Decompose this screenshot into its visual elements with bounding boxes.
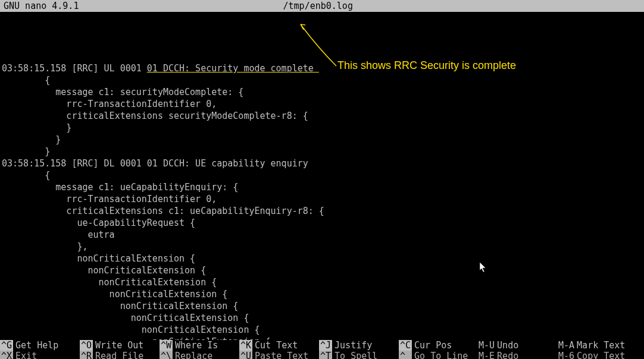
shortcut-key: ^G [0,340,13,351]
shortcut-undo[interactable]: M-U Undo [479,340,558,351]
log-line: message c1: ueCapabilityEnquiry: { [0,181,644,193]
shortcut-label: Where Is [175,340,218,351]
shortcut-go-to-line[interactable]: ^_ Go To Line [399,351,479,359]
mouse-cursor-icon [479,262,487,273]
log-line: } [0,146,644,158]
log-line: } [0,122,644,134]
shortcut-label: Paste Text [255,351,308,359]
shortcut-read-file[interactable]: ^R Read File [80,351,160,359]
log-line: message c1: securityModeComplete: { [0,86,644,98]
shortcut-label: Get Help [15,340,58,351]
shortcut-key: ^C [399,340,412,351]
shortcut-paste-text[interactable]: ^U Paste Text [239,351,319,359]
shortcut-key: ^J [319,340,332,351]
shortcut-exit[interactable]: ^X Exit [0,351,80,359]
shortcut-label: Cur Pos [414,340,452,351]
log-line: nonCriticalExtension { [0,276,644,288]
shortcut-key: ^R [80,351,93,359]
shortcut-cut-text[interactable]: ^K Cut Text [239,340,319,351]
shortcut-key: ^T [319,351,332,359]
shortcut-label: Replace [175,351,212,359]
shortcut-justify[interactable]: ^J Justify [319,340,399,351]
log-line: rrc-TransactionIdentifier 0, [0,193,644,205]
shortcut-key: M-E [479,351,495,359]
shortcut-label: Exit [15,351,37,359]
shortcut-key: M-6 [558,351,574,359]
shortcut-label: Mark Text [577,340,625,351]
log-line: }, [0,241,644,253]
shortcut-key: ^\ [160,351,173,359]
titlebar: GNU nano 4.9.1 /tmp/enb0.log [0,0,644,12]
log-line: eutra [0,229,644,241]
log-line: 03:58:15.158 [RRC] UL 0001 01 DCCH: Secu… [0,62,644,74]
shortcut-write-out[interactable]: ^O Write Out [80,340,160,351]
shortcut-to-spell[interactable]: ^T To Spell [319,351,399,359]
annotation-text: This shows RRC Security is complete [337,59,516,71]
shortcut-key: ^U [239,351,252,359]
shortcut-where-is[interactable]: ^W Where Is [160,340,239,351]
log-line: nonCriticalExtension { [0,312,644,324]
shortcut-key: ^K [239,340,252,351]
log-line: nonCriticalExtension { [0,253,644,264]
file-path: /tmp/enb0.log [79,0,557,12]
editor-area[interactable]: This shows RRC Security is complete 03:5… [0,12,644,335]
log-line: 03:58:15.158 [RRC] DL 0001 01 DCCH: UE c… [0,158,644,169]
log-line: criticalExtensions c1: ueCapabilityEnqui… [0,205,644,217]
log-line: ue-CapabilityRequest { [0,217,644,229]
shortcut-copy-text[interactable]: M-6 Copy Text [558,351,638,359]
log-line: criticalExtensions securityModeComplete-… [0,110,644,122]
shortcut-cur-pos[interactable]: ^C Cur Pos [399,340,479,351]
shortcut-bar: ^G Get Help^O Write Out^W Where Is^K Cut… [0,340,644,359]
shortcut-mark-text[interactable]: M-A Mark Text [558,340,638,351]
shortcut-key: M-U [479,340,495,351]
shortcut-label: Justify [334,340,372,351]
log-line: nonCriticalExtension { [0,324,644,336]
shortcut-key: ^_ [399,351,412,359]
shortcut-redo[interactable]: M-E Redo [479,351,558,359]
app-name: GNU nano 4.9.1 [4,0,79,12]
shortcut-replace[interactable]: ^\ Replace [160,351,239,359]
shortcut-label: Copy Text [577,351,625,359]
shortcut-key: ^X [0,351,13,359]
shortcut-key: ^W [160,340,173,351]
log-line: rrc-TransactionIdentifier 0, [0,98,644,110]
shortcut-label: Cut Text [255,340,298,351]
shortcut-key: ^O [80,340,93,351]
shortcut-label: Go To Line [414,351,468,359]
shortcut-get-help[interactable]: ^G Get Help [0,340,80,351]
shortcut-label: Undo [497,340,518,351]
log-line: nonCriticalExtension { [0,288,644,300]
log-line: nonCriticalExtension { [0,300,644,312]
shortcut-label: Read File [95,351,143,359]
log-line: } [0,134,644,146]
log-line: { [0,74,644,86]
shortcut-key: M-A [558,340,574,351]
shortcut-label: Write Out [95,340,143,351]
shortcut-label: To Spell [334,351,377,359]
log-line: { [0,169,644,181]
log-line: nonCriticalExtension { [0,264,644,276]
shortcut-label: Redo [497,351,518,359]
